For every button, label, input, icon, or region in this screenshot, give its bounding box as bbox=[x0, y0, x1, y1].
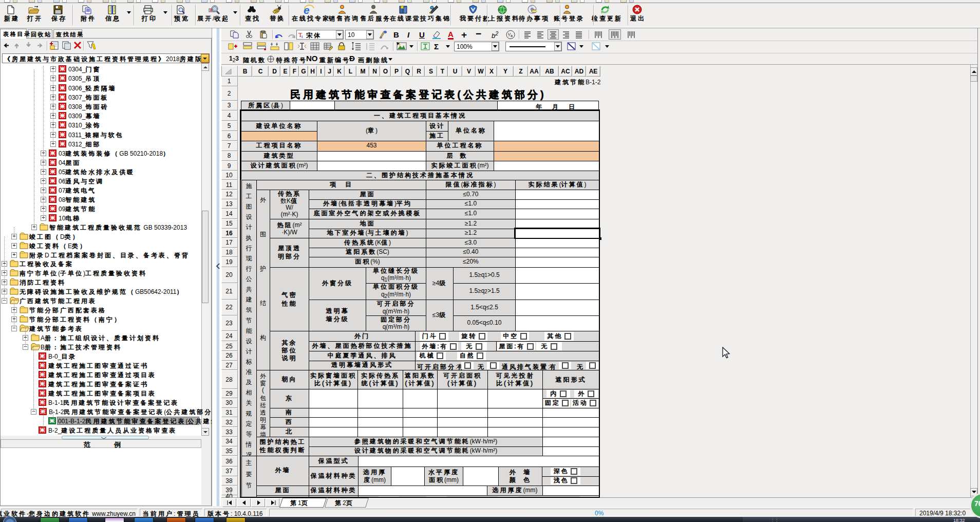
svg-text:a: a bbox=[511, 34, 513, 38]
svg-text:DVD: DVD bbox=[533, 10, 538, 13]
svg-text:t: t bbox=[301, 34, 303, 38]
